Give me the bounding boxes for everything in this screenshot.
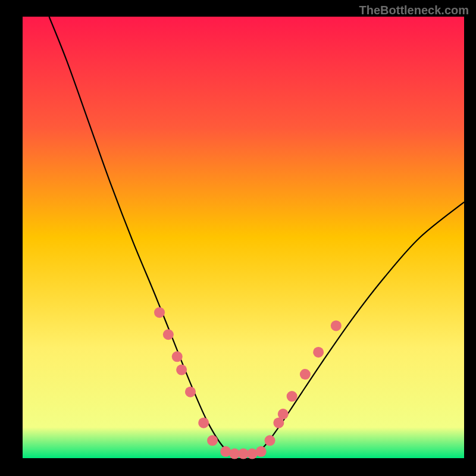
data-marker [265, 435, 275, 446]
data-marker [154, 307, 165, 318]
data-marker [256, 446, 267, 457]
data-marker [278, 409, 289, 419]
watermark-text: TheBottleneck.com [359, 4, 469, 17]
data-marker [176, 365, 187, 375]
data-marker [313, 347, 324, 358]
data-marker [172, 351, 183, 362]
bottleneck-chart: TheBottleneck.com [0, 0, 476, 476]
data-marker [287, 391, 298, 402]
data-marker [207, 435, 218, 446]
data-marker [198, 418, 209, 428]
data-marker [300, 369, 311, 380]
data-marker [185, 387, 196, 397]
plot-background [23, 17, 464, 458]
data-marker [331, 320, 342, 331]
data-marker [163, 329, 174, 340]
chart-svg [0, 0, 476, 476]
